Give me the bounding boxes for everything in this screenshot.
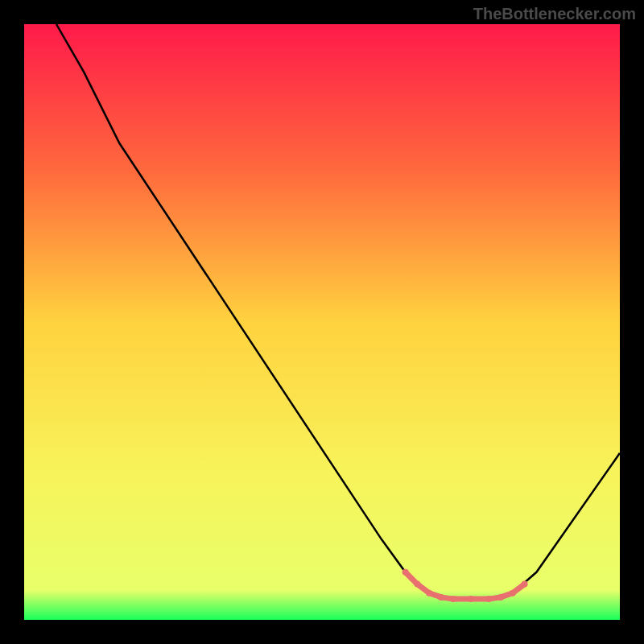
svg-point-1 [402,569,409,576]
gradient-background [24,24,620,620]
chart-plot [0,0,644,644]
svg-point-8 [497,594,504,601]
svg-point-7 [485,596,492,602]
svg-point-5 [450,596,456,602]
svg-point-6 [468,596,474,602]
svg-point-10 [522,581,528,588]
watermark-text: TheBottlenecker.com [473,5,636,23]
svg-point-3 [426,590,432,597]
svg-point-4 [438,594,444,601]
svg-point-9 [510,590,516,597]
svg-point-2 [414,581,420,588]
